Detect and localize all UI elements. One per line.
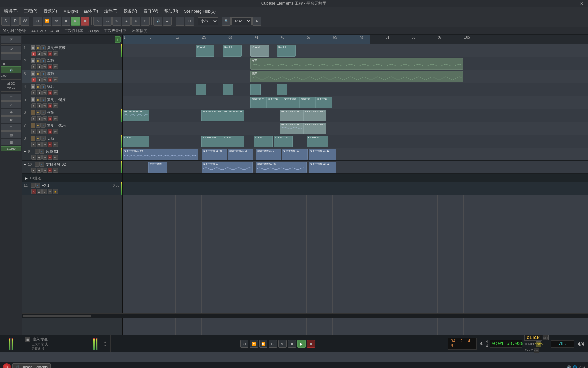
- track-btn-6c[interactable]: W: [42, 116, 47, 121]
- track-btn-7a[interactable]: ●: [31, 129, 36, 134]
- toolbar-loop-btn[interactable]: ↺: [52, 17, 61, 26]
- clip-1-1[interactable]: Kontal: [196, 45, 214, 57]
- toolbar-play-btn[interactable]: ▶: [71, 17, 80, 26]
- track-btn-9c[interactable]: W: [42, 155, 47, 160]
- track-write-9[interactable]: W: [53, 155, 58, 160]
- toolbar-select-tool[interactable]: ↖: [93, 17, 102, 26]
- click-display[interactable]: CLICK: [524, 335, 542, 341]
- clip-9-3[interactable]: 复制于音频01_09: [228, 149, 253, 160]
- track-read-3[interactable]: R: [48, 77, 52, 82]
- clip-8-5[interactable]: Kontakt 5 01 -: [274, 136, 293, 147]
- toolbar-erase-tool[interactable]: ◈: [122, 17, 131, 26]
- track-solo-10[interactable]: s: [39, 162, 44, 167]
- track-solo-7[interactable]: s: [41, 123, 46, 128]
- track-btn-4c[interactable]: W: [42, 90, 47, 95]
- clip-1-2[interactable]: Kontal: [223, 45, 242, 57]
- menu-project[interactable]: 工程(P): [21, 7, 40, 15]
- left-panel-btn-2[interactable]: W: [1, 46, 21, 53]
- track-btn-1c[interactable]: W: [42, 51, 47, 56]
- left-fader-btn[interactable]: ≡: [1, 94, 21, 101]
- track-btn-1b[interactable]: ◀: [37, 51, 42, 56]
- track-mute-7[interactable]: m: [36, 123, 41, 128]
- track-mute-4[interactable]: m: [36, 84, 41, 89]
- left-eq-btn[interactable]: ⌂: [1, 101, 21, 108]
- toolbar-grid-btn[interactable]: ⊟: [185, 17, 194, 26]
- clip-6-2[interactable]: HALion Sonic SE 1: [201, 110, 223, 121]
- track-btn-6a[interactable]: ●: [31, 116, 36, 121]
- track-btn-2b[interactable]: ◀: [37, 64, 42, 69]
- track-solo-9[interactable]: s: [39, 149, 44, 154]
- clip-6-4[interactable]: HALion Sonic SE 1: [280, 110, 303, 121]
- track-read-1[interactable]: R: [48, 51, 52, 56]
- track-mute-2[interactable]: m: [36, 58, 41, 63]
- toolbar-s-btn[interactable]: S: [1, 17, 10, 26]
- h-scroll-thumb[interactable]: [23, 315, 91, 317]
- track-write-6[interactable]: W: [53, 116, 58, 121]
- clip-10-4[interactable]: 复制于音频 02_32: [309, 162, 336, 173]
- time-display[interactable]: 0:01:58.030: [490, 340, 522, 348]
- clip-8-1[interactable]: Kontakt 5.01 -: [123, 136, 149, 147]
- toolbar-mode-select[interactable]: 小节: [198, 17, 218, 25]
- menu-audio[interactable]: 音频(A): [41, 7, 60, 15]
- track-btn-8c[interactable]: W: [42, 142, 47, 147]
- track-btn-11e[interactable]: 🔒: [53, 189, 58, 194]
- clip-5-4[interactable]: 复制于锅: [299, 97, 316, 108]
- track-write-5[interactable]: W: [53, 103, 58, 108]
- transport-stop[interactable]: ■: [288, 340, 296, 348]
- track-read-4[interactable]: R: [48, 90, 52, 95]
- clip-5-3[interactable]: 复制于锅片: [283, 97, 299, 108]
- toolbar-quantize-apply[interactable]: ▶: [252, 17, 261, 26]
- track-read-8[interactable]: R: [48, 142, 52, 147]
- toolbar-speaker-btn[interactable]: 🔊: [153, 17, 162, 26]
- track-btn-5c[interactable]: W: [42, 103, 47, 108]
- clip-9-4[interactable]: 复制于音频01_0: [256, 149, 281, 160]
- clip-8-4[interactable]: Kontakt 5 01: [254, 136, 273, 147]
- clip-5-1[interactable]: 复制于锅片: [250, 97, 267, 108]
- menu-devices[interactable]: 设备(V): [121, 7, 140, 15]
- track-mute-5[interactable]: m: [36, 97, 41, 102]
- track-btn-10b[interactable]: ◀: [37, 168, 42, 173]
- track-read-6[interactable]: R: [48, 116, 52, 121]
- toolbar-range-tool[interactable]: ▭: [103, 17, 112, 26]
- menu-steinberg[interactable]: Steinberg Hub(S): [181, 8, 218, 14]
- track-write-3[interactable]: W: [53, 77, 58, 82]
- clip-9-5[interactable]: 复制于音频_09: [282, 149, 308, 160]
- clip-8-6[interactable]: Kontakt 5 01 -: [307, 136, 328, 147]
- track-solo-1[interactable]: s: [41, 45, 46, 50]
- toolbar-quantize-select[interactable]: 1/32: [231, 17, 252, 25]
- track-mute-6[interactable]: m: [36, 110, 41, 115]
- track-write-1[interactable]: W: [53, 51, 58, 56]
- track-btn-4a[interactable]: ●: [31, 90, 36, 95]
- track-btn-11c[interactable]: C: [42, 189, 47, 194]
- track-read-2[interactable]: R: [48, 64, 52, 69]
- clip-9-1[interactable]: 复制于音频01_09: [123, 149, 198, 160]
- track-read-10[interactable]: R: [48, 168, 52, 173]
- left-btn-7[interactable]: ▦: [1, 139, 21, 145]
- track-solo-11[interactable]: s: [35, 183, 40, 188]
- sync-state[interactable]: INT.: [534, 348, 539, 353]
- track-btn-9a[interactable]: ●: [31, 155, 36, 160]
- track-solo-2[interactable]: s: [41, 58, 46, 63]
- track-mute-1[interactable]: m: [36, 45, 41, 50]
- menu-transport[interactable]: 走带(T): [101, 7, 120, 15]
- track-read-11[interactable]: R: [31, 189, 36, 194]
- left-btn-5[interactable]: □: [1, 124, 21, 131]
- close-btn[interactable]: ✕: [578, 1, 585, 6]
- clip-4-3[interactable]: [250, 84, 261, 95]
- toolbar-draw-tool[interactable]: ✎: [112, 17, 121, 26]
- track-btn-1a[interactable]: ●: [31, 51, 36, 56]
- left-panel-btn-3[interactable]: [1, 53, 21, 60]
- transport-loop[interactable]: ↺: [278, 340, 287, 348]
- clip-10-1[interactable]: 复制于音频: [148, 162, 167, 173]
- track-btn-8a[interactable]: ●: [31, 142, 36, 147]
- clip-6-5[interactable]: HALion Sonic SE 1: [303, 110, 326, 121]
- timeline-area[interactable]: 1 9 17 25 33 41 49: [123, 35, 588, 341]
- clip-7-2[interactable]: HALion Sonic SE 1: [303, 123, 326, 134]
- toolbar-r-btn[interactable]: R: [11, 17, 20, 26]
- clip-2-1[interactable]: 军鼓: [250, 58, 463, 70]
- taskbar-icon-network[interactable]: 🌐: [573, 365, 577, 368]
- left-btn-6[interactable]: ▤: [1, 131, 21, 138]
- clip-5-5[interactable]: 复制于锅: [316, 97, 332, 108]
- track-mute-8[interactable]: m: [36, 136, 41, 141]
- track-read-7[interactable]: R: [48, 129, 52, 134]
